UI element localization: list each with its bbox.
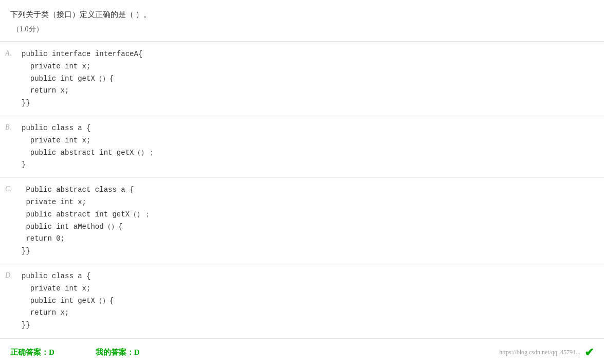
- answer-right: https://blog.csdn.net/qq_45791... ✔: [499, 346, 594, 359]
- option-d-label: D.: [5, 270, 22, 280]
- code-line: public interface interfaceA{: [22, 48, 594, 61]
- code-line: private int x;: [22, 135, 594, 147]
- code-line: public int getX（）{: [22, 295, 594, 307]
- correct-answer: 正确答案：D: [10, 348, 54, 357]
- my-answer-value: D: [134, 348, 140, 356]
- code-line: }}: [22, 319, 594, 332]
- option-c-label: C.: [5, 184, 22, 193]
- option-b: B. public class a { private int x; publi…: [0, 116, 604, 178]
- code-line: public abstract int getX（）；: [22, 147, 594, 159]
- check-icon: ✔: [584, 346, 594, 359]
- code-line: public int aMethod（）{: [22, 221, 594, 233]
- correct-answer-label: 正确答案：: [10, 348, 49, 356]
- option-a: A. public interface interfaceA{ private …: [0, 42, 604, 116]
- code-line: public class a {: [22, 270, 594, 283]
- code-line: private int x;: [22, 196, 594, 209]
- code-line: Public abstract class a {: [22, 184, 594, 196]
- code-line: }}: [22, 97, 594, 110]
- question-header: 下列关于类（接口）定义正确的是（ ）。 （1.0分）: [0, 0, 604, 42]
- answer-left: 正确答案：D 我的答案：D: [10, 348, 140, 357]
- code-line: public class a {: [22, 122, 594, 135]
- code-line: private int x;: [22, 283, 594, 295]
- option-b-label: B.: [5, 122, 22, 132]
- option-b-content: public class a { private int x; public a…: [22, 122, 594, 171]
- option-c: C. Public abstract class a { private int…: [0, 178, 604, 264]
- watermark-text: https://blog.csdn.net/qq_45791...: [499, 349, 580, 356]
- code-line: }}: [22, 245, 594, 258]
- option-a-content: public interface interfaceA{ private int…: [22, 48, 594, 110]
- my-answer-label: 我的答案：: [96, 348, 134, 356]
- code-line: private int x;: [22, 61, 594, 73]
- my-answer: 我的答案：D: [96, 348, 140, 357]
- code-line: return 0;: [22, 233, 594, 245]
- question-text: 下列关于类（接口）定义正确的是（ ）。: [10, 8, 594, 21]
- option-d-content: public class a { private int x; public i…: [22, 270, 594, 332]
- option-c-content: Public abstract class a { private int x;…: [22, 184, 594, 258]
- code-line: public abstract int getX（）；: [22, 209, 594, 221]
- option-d: D. public class a { private int x; publi…: [0, 264, 604, 338]
- options-container: A. public interface interfaceA{ private …: [0, 42, 604, 338]
- code-line: public int getX（）{: [22, 73, 594, 85]
- code-line: return x;: [22, 85, 594, 97]
- code-line: return x;: [22, 307, 594, 319]
- correct-answer-value: D: [49, 348, 54, 356]
- code-line: }: [22, 159, 594, 171]
- answer-bar: 正确答案：D 我的答案：D https://blog.csdn.net/qq_4…: [0, 338, 604, 364]
- question-score: （1.0分）: [10, 25, 594, 34]
- page-container: 下列关于类（接口）定义正确的是（ ）。 （1.0分） A. public int…: [0, 0, 604, 364]
- option-a-label: A.: [5, 48, 22, 58]
